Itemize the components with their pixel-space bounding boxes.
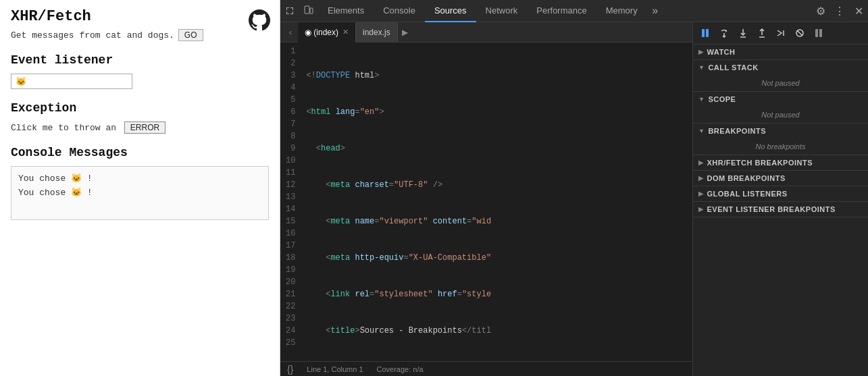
svg-rect-13 xyxy=(819,29,822,37)
tab-elements[interactable]: Elements xyxy=(318,0,374,22)
console-line-1: You chose 🐱 ! xyxy=(18,172,261,186)
left-panel: XHR/Fetch Get messages from cat and dogs… xyxy=(0,0,280,376)
file-tab-indexjs-label: index.js xyxy=(363,28,390,37)
close-index-tab[interactable]: ✕ xyxy=(342,28,349,36)
xhr-desc-text: Get messages from cat and dogs. xyxy=(11,30,174,41)
exception-text: Click me to throw an xyxy=(11,123,116,133)
watch-label: Watch xyxy=(707,48,736,56)
tab-memory[interactable]: Memory xyxy=(596,0,647,22)
dom-breakpoints-header[interactable]: ▶ DOM Breakpoints xyxy=(693,171,868,186)
svg-rect-3 xyxy=(706,29,709,37)
event-listener-section: Event listener xyxy=(11,53,269,89)
scope-content: Not paused xyxy=(693,107,868,123)
scope-header[interactable]: ▼ Scope xyxy=(693,92,868,107)
step-over-btn[interactable] xyxy=(716,25,732,41)
console-text-2: You chose 🐱 ! xyxy=(18,186,93,200)
code-line-5: <meta name="viewport" content="wid xyxy=(306,215,687,227)
cursor-position: Line 1, Column 1 xyxy=(307,365,363,373)
line-numbers: 1 2 3 4 5 6 7 8 9 10 11 12 13 14 15 16 1 xyxy=(280,43,301,361)
xhr-breakpoints-label: XHR/fetch Breakpoints xyxy=(707,159,813,167)
call-stack-header[interactable]: ▼ Call Stack xyxy=(693,60,868,75)
code-editor: ‹ ◉ (index) ✕ index.js ▶ 1 2 3 4 5 xyxy=(280,22,692,376)
file-tabs-bar: ‹ ◉ (index) ✕ index.js ▶ xyxy=(280,22,692,43)
watch-section: ▶ Watch xyxy=(693,45,868,60)
more-tabs-btn[interactable]: » xyxy=(647,0,663,22)
xhr-fetch-section: XHR/Fetch Get messages from cat and dogs… xyxy=(11,8,269,41)
console-messages-section: Console Messages You chose 🐱 ! You chose… xyxy=(11,146,269,220)
scope-label: Scope xyxy=(708,95,736,103)
code-line-3: <head> xyxy=(306,142,687,155)
global-listeners-section: ▶ Global Listeners xyxy=(693,186,868,202)
exception-section: Exception Click me to throw an ERROR xyxy=(11,101,269,134)
tab-performance[interactable]: Performance xyxy=(527,0,596,22)
xhr-desc: Get messages from cat and dogs. GO xyxy=(11,29,269,41)
global-listeners-header[interactable]: ▶ Global Listeners xyxy=(693,186,868,201)
deactivate-breakpoints-btn[interactable] xyxy=(792,25,808,41)
pause-resume-btn[interactable] xyxy=(697,25,713,41)
code-line-1: <!DOCTYPE html> xyxy=(306,70,687,82)
inspect-icon-btn[interactable] xyxy=(280,0,299,22)
scope-status: Not paused xyxy=(761,111,799,119)
code-body: 1 2 3 4 5 6 7 8 9 10 11 12 13 14 15 16 1 xyxy=(280,43,692,361)
console-messages-title: Console Messages xyxy=(11,146,269,159)
dom-breakpoints-section: ▶ DOM Breakpoints xyxy=(693,171,868,186)
tab-console[interactable]: Console xyxy=(374,0,425,22)
console-output: You chose 🐱 ! You chose 🐱 ! xyxy=(11,166,269,220)
code-line-7: <link rel="stylesheet" href="style xyxy=(306,288,687,300)
step-out-btn[interactable] xyxy=(754,25,770,41)
dom-breakpoints-arrow-icon: ▶ xyxy=(698,175,704,182)
event-listener-breakpoints-section: ▶ Event Listener Breakpoints xyxy=(693,202,868,217)
settings-btn[interactable]: ⚙ xyxy=(811,0,830,22)
svg-rect-12 xyxy=(815,29,818,37)
watch-header[interactable]: ▶ Watch xyxy=(693,45,868,59)
xhr-breakpoints-arrow-icon: ▶ xyxy=(698,159,704,166)
next-file-btn[interactable]: ▶ xyxy=(398,22,413,43)
event-input[interactable] xyxy=(11,74,132,89)
event-listener-breakpoints-header[interactable]: ▶ Event Listener Breakpoints xyxy=(693,202,868,217)
code-content[interactable]: <!DOCTYPE html> <html lang="en"> <head> … xyxy=(301,43,692,361)
call-stack-status: Not paused xyxy=(761,79,799,87)
console-text-1: You chose 🐱 ! xyxy=(18,172,93,186)
scope-section: ▼ Scope Not paused xyxy=(693,92,868,124)
step-into-btn[interactable] xyxy=(735,25,751,41)
debugger-panel: ▶ Watch ▼ Call Stack Not paused ▼ Scope xyxy=(692,22,868,376)
exception-desc: Click me to throw an ERROR xyxy=(11,122,269,134)
menu-btn[interactable]: ⋮ xyxy=(830,0,849,22)
file-tab-index[interactable]: ◉ (index) ✕ xyxy=(298,22,356,43)
go-button[interactable]: GO xyxy=(178,29,203,41)
call-stack-arrow-icon: ▼ xyxy=(698,64,705,71)
xhr-breakpoints-section: ▶ XHR/fetch Breakpoints xyxy=(693,155,868,171)
file-tab-indexjs[interactable]: index.js xyxy=(356,22,398,43)
close-devtools-btn[interactable]: ✕ xyxy=(849,0,868,22)
global-listeners-label: Global Listeners xyxy=(707,190,788,198)
call-stack-content: Not paused xyxy=(693,75,868,91)
status-bar: {} Line 1, Column 1 Coverage: n/a xyxy=(280,361,692,376)
coverage-status: Coverage: n/a xyxy=(377,365,424,373)
breakpoints-header[interactable]: ▼ Breakpoints xyxy=(693,124,868,138)
step-btn[interactable] xyxy=(773,25,789,41)
pause-on-exceptions-btn[interactable] xyxy=(811,25,827,41)
xhr-breakpoints-header[interactable]: ▶ XHR/fetch Breakpoints xyxy=(693,155,868,170)
svg-rect-1 xyxy=(310,8,313,14)
devtools-panel: Elements Console Sources Network Perform… xyxy=(280,0,868,376)
device-icon-btn[interactable] xyxy=(299,0,318,22)
console-line-2: You chose 🐱 ! xyxy=(18,186,261,200)
tab-network[interactable]: Network xyxy=(476,0,528,22)
error-button[interactable]: ERROR xyxy=(124,122,165,134)
breakpoints-label: Breakpoints xyxy=(708,127,766,135)
prev-file-btn[interactable]: ‹ xyxy=(283,22,298,43)
format-icon[interactable]: {} xyxy=(287,364,293,375)
tab-sources[interactable]: Sources xyxy=(425,0,476,22)
code-line-6: <meta http-equiv="X-UA-Compatible" xyxy=(306,252,687,264)
file-tab-index-label: ◉ (index) xyxy=(305,28,338,37)
debugger-toolbar xyxy=(693,22,868,45)
code-line-4: <meta charset="UTF-8" /> xyxy=(306,179,687,191)
scope-arrow-icon: ▼ xyxy=(698,96,705,103)
github-icon[interactable] xyxy=(249,9,270,31)
breakpoints-arrow-icon: ▼ xyxy=(698,128,705,134)
svg-line-11 xyxy=(797,30,802,36)
call-stack-label: Call Stack xyxy=(708,63,758,72)
exception-title: Exception xyxy=(11,101,269,115)
breakpoints-section: ▼ Breakpoints No breakpoints xyxy=(693,124,868,155)
code-line-2: <html lang="en"> xyxy=(306,106,687,118)
